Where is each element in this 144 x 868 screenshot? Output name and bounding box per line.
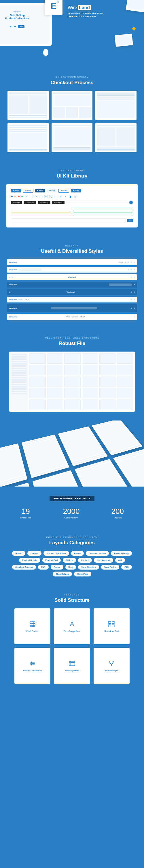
category-pill: Product Details [19,558,40,563]
feature-card: Vector Shapes [94,648,129,684]
pill-grid: HeaderContentProduct DescriptionPromoCus… [6,551,138,577]
brand-logo: WireLand [68,5,105,10]
navbar-sample: WireLandMENUSHOP [7,297,137,303]
monitor-buy-button: BUY [18,25,24,28]
eyebrow: WELL ORGANIZED, WELL STRUCTURE [6,337,138,339]
checkout-panel [52,91,93,120]
feature-card: Free Google Font [54,608,90,644]
tilt-card [0,443,27,487]
svg-rect-4 [112,625,115,627]
monitor-brand: WireLand [0,11,46,13]
store-badge: Google Play [38,201,50,204]
dot-icon [18,195,20,197]
button-chip: BUTTON [23,189,33,193]
checkbox-icon: ✓ [25,195,28,198]
section-uikit: DEVICES LIBRARY UI Kit Library BUTTON BU… [0,161,144,236]
icon-square: 🔍 [49,195,52,198]
search-button: 🔍 [127,219,133,222]
stat: 19Categories [20,507,31,519]
section-title: Layouts Categories [6,540,138,546]
feature-card: Bootstrap Grid [94,608,129,644]
category-pill: FAQ [38,565,48,569]
hero: WireLand Best Selling Product Collection… [0,0,144,67]
button-chip: BUTTON [71,189,81,192]
brand-block: WireLand ECOMMERCE WIREFRAMING LIBRARY C… [68,5,105,19]
app-sidebar [10,353,28,411]
category-pill: Content [27,551,41,556]
uikit-store-row: App Store Google Play Google Play Google… [11,200,133,205]
svg-rect-8 [69,661,75,666]
mouse-icon [43,49,48,56]
customize-icon [29,660,36,667]
section-checkout: UX CENTERED DESIGN Checkout Process [0,67,144,161]
input-sample [11,213,71,216]
search-input-sample [11,218,125,223]
feature-card: Pixel Perfect [15,608,50,644]
brand-subtitle: ECOMMERCE WIREFRAMING LIBRARY COLLECTION [68,12,105,19]
monitor-price: $42.18 [10,26,16,28]
store-badge: App Store [11,201,22,204]
section-navbars: NAVBARS Useful & Diversified Styles Wire… [0,236,144,328]
checkout-panel [95,91,137,120]
app-window [9,351,135,412]
checkbox-icon [30,195,33,198]
uikit-inputs-row [11,213,133,216]
section-title: Solid Structure [6,597,138,603]
eyebrow: COMPLETE ECOMMERCE SOLUTION [6,536,138,538]
icon-square: ♡ [54,195,57,198]
stats-row: 19Categories 2000Combinations 200Layouts [6,507,138,519]
input-sample [73,207,133,210]
feature-grid: Pixel Perfect Free Google Font Bootstrap… [6,608,138,684]
icon-square: ✉ [64,195,67,198]
button-chip: BUTTON [58,189,69,193]
feature-card: Easy to Customized [15,648,50,684]
icon-square: 👤 [69,195,72,198]
category-pill: User Account [94,558,113,563]
pixel-perfect-icon [29,620,36,628]
uikit-search-row: 🔍 [11,218,133,223]
section-title: Robust File [6,341,138,346]
input-sample [11,207,71,210]
checkout-panel [95,123,137,152]
feature-card: Well Organized [54,648,90,684]
svg-rect-2 [112,621,115,624]
checkout-panel [52,123,93,152]
category-pill: Header [12,551,25,556]
category-pill: Store Profile [101,565,120,569]
button-chip: BUTTON [11,189,21,192]
navbar-sample-inverted: WireLand [7,304,137,312]
category-pill: Sliders [63,558,76,563]
uikit-board: BUTTON BUTTON BUTTON BUTTON BUTTON BUTTO… [6,184,138,227]
icon-square: ☰ [59,195,62,198]
stat: 200Layouts [112,507,124,519]
svg-point-7 [31,664,32,665]
eyebrow: FEATURES [6,594,138,596]
category-pill: FAQ [121,565,131,569]
checkout-panel [7,123,49,152]
category-pill: Product Rating [111,551,131,556]
uikit-buttons-row: BUTTON BUTTON BUTTON BUTTON BUTTON BUTTO… [11,189,133,193]
section-categories: COMPLETE ECOMMERCE SOLUTION Layouts Cate… [0,528,144,585]
app-canvas [29,353,134,411]
category-pill: Blog [65,565,76,569]
monitor-title-l1: Best Selling [0,14,46,17]
navbar-stack: WireLandHOMESHOP WireLand WireLand WireL… [6,259,138,320]
button-chip: BUTTON [35,189,45,192]
dot-icon [21,195,23,197]
category-pill: 404 [115,558,125,563]
store-badge: Google Play [52,201,65,204]
logo-letter: E [51,1,56,11]
navbar-sample: WireLand [7,267,137,273]
svg-rect-3 [109,625,111,627]
navbar-sample-inverted: WireLand [7,282,137,287]
eyebrow: DEVICES LIBRARY [6,169,138,172]
float-card [115,34,133,47]
svg-point-6 [33,663,34,664]
vector-icon [108,660,115,667]
store-badge: Google Play [24,201,36,204]
category-pill: Promo [71,551,84,556]
icon-square: ⚙ [44,195,48,198]
badge-pill: FOR ECOMMERCE PROJECTS [50,496,94,501]
section-robust: WELL ORGANIZED, WELL STRUCTURE Robust Fi… [0,328,144,421]
radio-icon: ● [34,195,38,198]
